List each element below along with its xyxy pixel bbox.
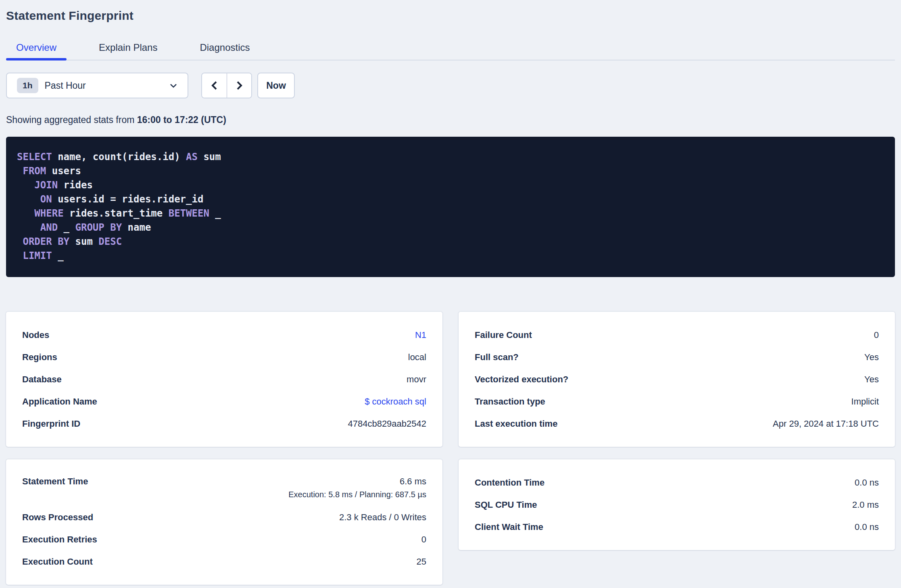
now-button[interactable]: Now (257, 73, 295, 98)
card-row: Vectorized execution?Yes (475, 368, 879, 390)
row-value: Yes (864, 374, 879, 385)
sql-line: ON users.id = rides.rider_id (17, 192, 883, 206)
card-row: Execution Count25 (22, 550, 426, 573)
row-value-group: 0.0 ns (855, 522, 879, 532)
row-value-group: 0 (421, 534, 426, 545)
row-label: Client Wait Time (475, 522, 543, 532)
card-row: SQL CPU Time2.0 ms (475, 494, 879, 516)
row-value-group: 2.3 k Reads / 0 Writes (339, 512, 426, 523)
row-value: movr (407, 374, 426, 385)
row-value: 0 (421, 534, 426, 545)
execution-attributes-card: Failure Count0Full scan?YesVectorized ex… (459, 312, 895, 447)
statement-details-card: NodesN1RegionslocalDatabasemovrApplicati… (6, 312, 442, 447)
tab-diagnostics[interactable]: Diagnostics (190, 37, 260, 60)
next-time-button[interactable] (227, 73, 251, 98)
sql-line: JOIN rides (17, 178, 883, 192)
row-value-group: 4784cb829aab2542 (348, 419, 426, 429)
card-row: Transaction typeImplicit (475, 390, 879, 413)
row-value-group: Implicit (851, 396, 879, 407)
card-row: Last execution timeApr 29, 2024 at 17:18… (475, 413, 879, 435)
row-value-group: 2.0 ms (852, 500, 879, 510)
row-value-group: Yes (864, 374, 879, 385)
card-row: NodesN1 (22, 324, 426, 346)
row-value-group: local (408, 352, 426, 363)
row-value-group: $ cockroach sql (365, 396, 426, 407)
row-label: Vectorized execution? (475, 374, 568, 385)
sql-line: AND _ GROUP BY name (17, 221, 883, 235)
card-row: Execution Retries0 (22, 528, 426, 550)
sql-line: ORDER BY sum DESC (17, 235, 883, 249)
row-label: Regions (22, 352, 57, 363)
sql-statement-box: SELECT name, count(rides.id) AS sum FROM… (6, 137, 895, 277)
row-value-group: 25 (417, 557, 426, 567)
card-row: Regionslocal (22, 346, 426, 368)
card-row: Databasemovr (22, 368, 426, 390)
sql-line: FROM users (17, 164, 883, 178)
stats-time-range: 16:00 to 17:22 (UTC) (137, 115, 226, 125)
row-value-group: Apr 29, 2024 at 17:18 UTC (773, 419, 879, 429)
row-label: Contention Time (475, 477, 544, 488)
row-value-link[interactable]: N1 (415, 330, 426, 340)
row-value: 0 (874, 330, 879, 340)
row-value: Apr 29, 2024 at 17:18 UTC (773, 419, 879, 429)
row-value-group: N1 (415, 330, 426, 340)
time-interval-label: Past Hour (45, 80, 86, 91)
time-toolbar: 1h Past Hour Now (6, 73, 895, 98)
row-label: Fingerprint ID (22, 419, 80, 429)
row-value-link[interactable]: $ cockroach sql (365, 396, 426, 407)
tab-overview[interactable]: Overview (6, 37, 67, 60)
row-label: Execution Retries (22, 534, 97, 545)
tab-bar: OverviewExplain PlansDiagnostics (6, 37, 895, 60)
statement-fingerprint-page: Statement Fingerprint OverviewExplain Pl… (0, 9, 901, 585)
page-title: Statement Fingerprint (6, 9, 895, 23)
sql-line: WHERE rides.start_time BETWEEN _ (17, 206, 883, 221)
row-label: Transaction type (475, 396, 545, 407)
card-row: Full scan?Yes (475, 346, 879, 368)
row-subvalue: Execution: 5.8 ms / Planning: 687.5 µs (288, 490, 426, 499)
aggregated-stats-text: Showing aggregated stats from 16:00 to 1… (6, 115, 895, 125)
row-value-group: 0 (874, 330, 879, 340)
row-value: 4784cb829aab2542 (348, 419, 426, 429)
row-value: Yes (864, 352, 879, 363)
row-label: Application Name (22, 396, 97, 407)
row-value: 0.0 ns (855, 522, 879, 532)
row-label: Rows Processed (22, 512, 93, 523)
card-row: Failure Count0 (475, 324, 879, 346)
row-value: 2.3 k Reads / 0 Writes (339, 512, 426, 523)
row-value: 6.6 ms (400, 476, 426, 487)
row-value-group: Yes (864, 352, 879, 363)
row-value: 2.0 ms (852, 500, 879, 510)
summary-cards: NodesN1RegionslocalDatabasemovrApplicati… (6, 312, 895, 585)
tab-explain-plans[interactable]: Explain Plans (89, 37, 167, 60)
sql-line: SELECT name, count(rides.id) AS sum (17, 150, 883, 164)
prev-time-button[interactable] (202, 73, 227, 98)
row-label: Database (22, 374, 62, 385)
row-value-group: 0.0 ns (855, 477, 879, 488)
card-row: Statement Time6.6 msExecution: 5.8 ms / … (22, 471, 426, 506)
stats-text-prefix: Showing aggregated stats from (6, 115, 137, 125)
row-label: Statement Time (22, 476, 88, 487)
row-value: local (408, 352, 426, 363)
row-value: Implicit (851, 396, 879, 407)
card-row: Application Name$ cockroach sql (22, 390, 426, 413)
row-label: Failure Count (475, 330, 532, 340)
sql-line: LIMIT _ (17, 249, 883, 263)
time-step-button-group (201, 73, 252, 98)
chevron-right-icon (234, 79, 244, 92)
time-interval-dropdown[interactable]: 1h Past Hour (6, 73, 188, 98)
chevron-left-icon (209, 79, 220, 92)
row-label: Last execution time (475, 419, 557, 429)
time-interval-badge: 1h (17, 78, 38, 93)
row-value: 0.0 ns (855, 477, 879, 488)
row-label: Full scan? (475, 352, 519, 363)
row-label: Execution Count (22, 557, 93, 567)
card-row: Fingerprint ID4784cb829aab2542 (22, 413, 426, 435)
row-value: 25 (417, 557, 426, 567)
row-value-group: 6.6 msExecution: 5.8 ms / Planning: 687.… (288, 476, 426, 499)
row-value-group: movr (407, 374, 426, 385)
statement-time-card: Statement Time6.6 msExecution: 5.8 ms / … (6, 459, 442, 585)
row-label: Nodes (22, 330, 49, 340)
chevron-down-icon (168, 80, 179, 91)
row-label: SQL CPU Time (475, 500, 537, 510)
card-row: Client Wait Time0.0 ns (475, 516, 879, 538)
